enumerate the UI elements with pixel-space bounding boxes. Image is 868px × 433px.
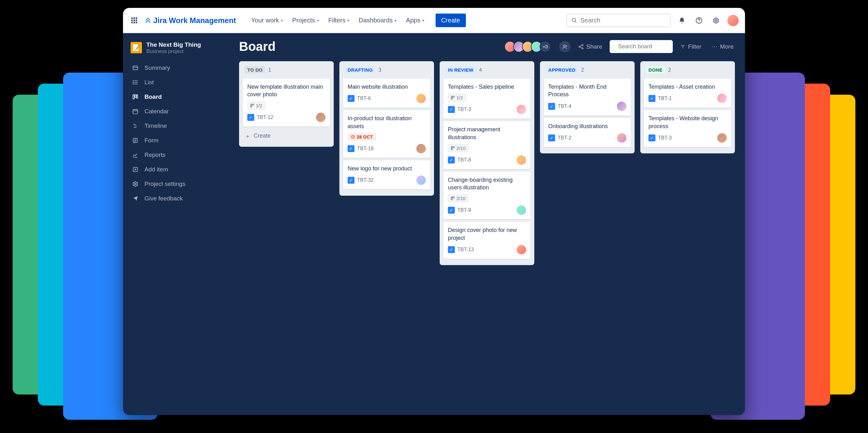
global-search[interactable]	[566, 13, 671, 27]
issue-card[interactable]: Project management illustrations 2/10 ✓ …	[443, 121, 530, 169]
column-count: 2	[581, 67, 584, 73]
sidebar-item[interactable]: Calendar	[123, 104, 230, 119]
project-header[interactable]: 📝 The Next Big Thing Business project	[123, 39, 230, 61]
assignee-avatar[interactable]	[517, 105, 526, 114]
issue-card[interactable]: Templates - Sales pipeline 1/2 ✓ TBT-3	[443, 79, 530, 119]
column-header[interactable]: DONE 2	[644, 65, 731, 75]
assignee-avatar[interactable]	[416, 144, 426, 153]
task-icon: ✓	[448, 207, 455, 214]
svg-rect-13	[133, 95, 134, 99]
issue-card[interactable]: New template illustration main cover pho…	[243, 79, 330, 126]
svg-rect-55	[453, 197, 455, 198]
sidebar: 📝 The Next Big Thing Business project Su…	[123, 33, 230, 415]
assignee-avatar[interactable]	[717, 133, 727, 143]
avatar-overflow[interactable]: +3	[540, 41, 551, 52]
assignee-avatar[interactable]	[617, 102, 626, 111]
column-header[interactable]: IN REVIEW 4	[443, 65, 530, 75]
issue-key: ✓ TBT-3	[649, 135, 672, 141]
card-title: Templates - Website design process	[649, 115, 727, 130]
assignee-avatar[interactable]	[316, 113, 326, 122]
sidebar-item[interactable]: Timeline	[123, 119, 230, 133]
avatar-stack[interactable]: +3	[504, 41, 551, 52]
column-header[interactable]: APPROVED 2	[544, 65, 631, 75]
svg-point-31	[563, 45, 565, 47]
svg-rect-53	[451, 148, 453, 150]
profile-avatar[interactable]	[727, 15, 739, 26]
board-search[interactable]	[610, 40, 673, 53]
issue-card[interactable]: Onboarding illustrations ✓ TBT-2	[544, 118, 631, 147]
task-icon: ✓	[649, 135, 655, 141]
chevron-down-icon: ▾	[395, 18, 397, 23]
board-columns: TO DO 1 New template illustration main c…	[239, 61, 736, 265]
notifications-icon[interactable]	[676, 15, 688, 26]
svg-point-12	[133, 84, 134, 84]
sidebar-item-label: Project settings	[145, 180, 185, 187]
card-title: Templates - Asset creation	[649, 83, 727, 91]
card-title: Project management illustrations	[448, 125, 526, 141]
assignee-avatar[interactable]	[517, 155, 526, 165]
create-issue-button[interactable]: ＋Create	[243, 129, 330, 143]
help-icon[interactable]	[693, 15, 705, 26]
nav-item-label: Projects	[292, 17, 315, 24]
assignee-avatar[interactable]	[517, 205, 526, 215]
product-logo[interactable]: Jira Work Management	[145, 16, 236, 25]
sidebar-item[interactable]: List	[123, 75, 230, 90]
nav-item[interactable]: Filters▾	[325, 14, 352, 27]
assignee-avatar[interactable]	[416, 94, 426, 103]
sidebar-item[interactable]: Add item	[123, 162, 230, 177]
issue-card[interactable]: Templates - Asset creation ✓ TBT-1	[644, 79, 731, 108]
sidebar-item-icon	[132, 79, 139, 86]
sidebar-item-icon	[132, 123, 139, 129]
sidebar-item-icon	[132, 65, 139, 71]
issue-card[interactable]: Templates - Website design process ✓ TBT…	[644, 110, 731, 147]
card-title: New logo for new product	[348, 165, 426, 172]
sidebar-item[interactable]: Project settings	[123, 177, 230, 191]
column-name: IN REVIEW	[445, 66, 476, 74]
issue-card[interactable]: Templates - Month End Process ✓ TBT-4	[544, 79, 631, 116]
card-title: New template illustration main cover pho…	[247, 83, 326, 98]
issue-card[interactable]: Change-boarding existing users illustrat…	[443, 172, 530, 220]
column-name: TO DO	[245, 66, 265, 74]
nav-item[interactable]: Projects▾	[289, 14, 322, 27]
chevron-down-icon: ▾	[347, 18, 349, 23]
svg-point-34	[582, 44, 583, 46]
settings-icon[interactable]	[710, 15, 722, 26]
nav-item-label: Dashboards	[359, 17, 393, 24]
card-title: In-product tour illustration assets	[348, 115, 426, 130]
svg-rect-56	[451, 199, 453, 200]
nav-items: Your work▾Projects▾Filters▾Dashboards▾Ap…	[248, 14, 427, 27]
add-person-button[interactable]	[559, 41, 570, 52]
create-button[interactable]: Create	[436, 13, 466, 27]
nav-item[interactable]: Dashboards▾	[355, 14, 400, 27]
filter-button[interactable]: Filter	[678, 41, 704, 52]
sidebar-item[interactable]: Summary	[123, 61, 230, 75]
app-switcher-icon[interactable]	[129, 16, 139, 25]
sidebar-item[interactable]: Reports	[123, 148, 230, 162]
subtask-badge: 1/2	[448, 94, 466, 102]
assignee-avatar[interactable]	[717, 94, 727, 103]
assignee-avatar[interactable]	[517, 245, 526, 254]
jira-logo-icon	[145, 17, 151, 24]
issue-card[interactable]: Design cover photo for new project ✓ TBT…	[443, 222, 530, 259]
nav-item[interactable]: Apps▾	[403, 14, 427, 27]
column-header[interactable]: DRAFTING 3	[343, 65, 430, 75]
column-header[interactable]: TO DO 1	[243, 65, 330, 75]
sidebar-item-label: Calendar	[145, 108, 169, 115]
assignee-avatar[interactable]	[617, 133, 626, 143]
sidebar-item[interactable]: Form	[123, 133, 230, 148]
global-search-input[interactable]	[580, 17, 665, 24]
issue-key: ✓ TBT-9	[448, 207, 471, 214]
sidebar-item[interactable]: Give feedback	[123, 191, 230, 206]
issue-card[interactable]: In-product tour illustration assets 28 O…	[343, 110, 430, 158]
assignee-avatar[interactable]	[416, 175, 426, 185]
more-button[interactable]: ⋯ More	[709, 41, 736, 52]
task-icon: ✓	[247, 114, 254, 121]
nav-item[interactable]: Your work▾	[248, 14, 286, 27]
share-button[interactable]: Share	[576, 41, 605, 52]
issue-card[interactable]: New logo for new product ✓ TBT-32	[343, 160, 430, 190]
svg-point-10	[133, 81, 134, 81]
sidebar-item[interactable]: Board	[123, 90, 230, 104]
issue-card[interactable]: Main website illustration ✓ TBT-6	[343, 79, 430, 108]
column-count: 2	[668, 67, 671, 73]
card-title: Onboarding illustrations	[548, 122, 626, 130]
